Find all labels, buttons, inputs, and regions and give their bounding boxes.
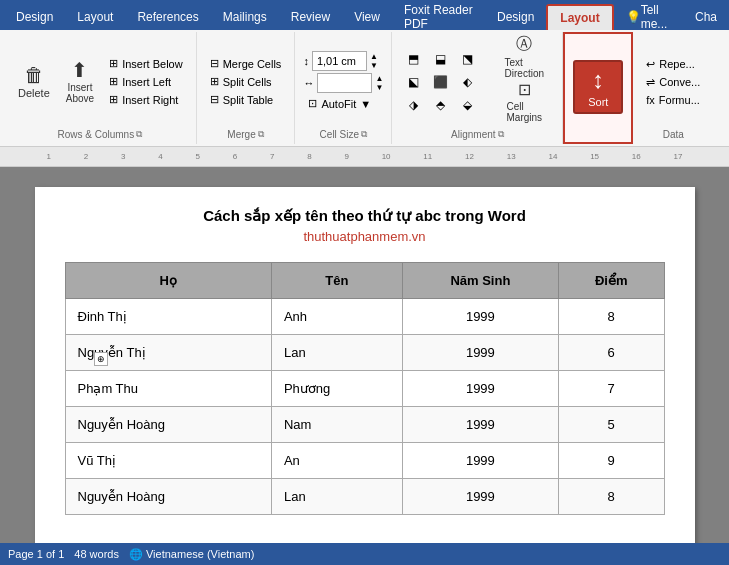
cell-0-2: 1999 — [402, 299, 558, 335]
cell-size-expand-icon[interactable]: ⧉ — [361, 129, 367, 140]
tab-references[interactable]: References — [125, 4, 210, 30]
merge-content: ⊟ Merge Cells ⊞ Split Cells ⊟ Split Tabl… — [205, 36, 287, 127]
table-move-handle[interactable]: ⊕ — [94, 352, 108, 366]
width-spinner[interactable]: ▲▼ — [375, 74, 383, 92]
insert-left-label: Insert Left — [122, 76, 171, 88]
cell-5-0: Nguyễn Hoàng — [65, 479, 271, 515]
tab-cha[interactable]: Cha — [683, 4, 729, 30]
sort-label: Sort — [588, 96, 608, 108]
cell-2-3: 7 — [558, 371, 664, 407]
page-info: Page 1 of 1 — [8, 548, 64, 560]
split-cells-icon: ⊞ — [210, 75, 219, 88]
merge-cells-label: Merge Cells — [223, 58, 282, 70]
align-bottom-right-button[interactable]: ⬙ — [454, 94, 480, 116]
cell-3-3: 5 — [558, 407, 664, 443]
tab-foxit-label: Foxit Reader PDF — [404, 3, 473, 31]
cell-2-2: 1999 — [402, 371, 558, 407]
align-top-center-button[interactable]: ⬓ — [427, 48, 453, 70]
cell-4-2: 1999 — [402, 443, 558, 479]
split-table-button[interactable]: ⊟ Split Table — [205, 91, 287, 108]
alignment-expand-icon[interactable]: ⧉ — [498, 129, 504, 140]
align-middle-right-button[interactable]: ⬖ — [454, 71, 480, 93]
convert-icon: ⇌ — [646, 76, 655, 89]
cell-margins-button[interactable]: ⊡ CellMargins — [494, 76, 554, 127]
tab-layout-left-label: Layout — [77, 10, 113, 24]
autofit-button[interactable]: ⊡ AutoFit ▼ — [303, 95, 383, 112]
rows-columns-expand-icon[interactable]: ⧉ — [136, 129, 142, 140]
document-subtitle: thuthuatphanmem.vn — [65, 229, 665, 244]
merge-expand-icon[interactable]: ⧉ — [258, 129, 264, 140]
align-top-right-button[interactable]: ⬔ — [454, 48, 480, 70]
alignment-buttons: ⬒ ⬓ ⬔ ⬕ ⬛ ⬖ ⬗ ⬘ ⬙ — [400, 48, 490, 116]
tab-layout-active-label: Layout — [560, 11, 599, 25]
convert-label: Conve... — [659, 76, 700, 88]
insert-small-buttons: ⊞ Insert Below ⊞ Insert Left ⊞ Insert Ri… — [104, 55, 188, 108]
cell-2-1: Phương — [271, 371, 402, 407]
table-container: ⊕ Họ Tên Năm Sinh Điểm Đinh ThịAnh19998N… — [65, 262, 665, 515]
cell-size-label: Cell Size ⧉ — [303, 129, 383, 140]
delete-button[interactable]: 🗑 Delete — [12, 61, 56, 103]
tab-layout-left[interactable]: Layout — [65, 4, 125, 30]
table-row: Nguyễn HoàngLan19998 — [65, 479, 664, 515]
cell-4-0: Vũ Thị — [65, 443, 271, 479]
group-alignment: ⬒ ⬓ ⬔ ⬕ ⬛ ⬖ ⬗ ⬘ ⬙ Ⓐ TextDirection ⊡ Cell… — [392, 32, 563, 144]
split-cells-button[interactable]: ⊞ Split Cells — [205, 73, 287, 90]
align-bottom-center-button[interactable]: ⬘ — [427, 94, 453, 116]
cell-5-1: Lan — [271, 479, 402, 515]
table-row: Đinh ThịAnh19998 — [65, 299, 664, 335]
width-input[interactable] — [317, 73, 372, 93]
height-spinner[interactable]: ▲▼ — [370, 52, 378, 70]
cell-5-3: 8 — [558, 479, 664, 515]
tab-foxit[interactable]: Foxit Reader PDF — [392, 4, 485, 30]
col-ho-header: Họ — [65, 263, 271, 299]
merge-small-buttons: ⊟ Merge Cells ⊞ Split Cells ⊟ Split Tabl… — [205, 55, 287, 108]
document-area: Cách sắp xếp tên theo thứ tự abc trong W… — [0, 167, 729, 565]
tab-layout-active[interactable]: Layout — [546, 4, 613, 30]
insert-right-label: Insert Right — [122, 94, 178, 106]
align-bottom-left-button[interactable]: ⬗ — [400, 94, 426, 116]
sort-button[interactable]: ↕ Sort — [573, 60, 623, 114]
cell-1-3: 6 — [558, 335, 664, 371]
insert-above-button[interactable]: ⬆ InsertAbove — [60, 56, 100, 108]
height-input[interactable] — [312, 51, 367, 71]
formula-button[interactable]: fx Formu... — [641, 92, 705, 108]
convert-button[interactable]: ⇌ Conve... — [641, 74, 705, 91]
cell-margins-icon: ⊡ — [518, 80, 531, 99]
tab-tell-me[interactable]: 💡 Tell me... — [614, 4, 683, 30]
cell-3-2: 1999 — [402, 407, 558, 443]
align-top-left-button[interactable]: ⬒ — [400, 48, 426, 70]
delete-label: Delete — [18, 87, 50, 99]
insert-right-button[interactable]: ⊞ Insert Right — [104, 91, 188, 108]
cell-3-1: Nam — [271, 407, 402, 443]
tab-design2[interactable]: Design — [485, 4, 546, 30]
align-middle-left-button[interactable]: ⬕ — [400, 71, 426, 93]
table-row: Phạm ThuPhương19997 — [65, 371, 664, 407]
width-icon: ↔ — [303, 77, 314, 89]
formula-icon: fx — [646, 94, 655, 106]
data-content: ↩ Repe... ⇌ Conve... fx Formu... — [641, 36, 705, 127]
cell-3-0: Nguyễn Hoàng — [65, 407, 271, 443]
alignment-content: ⬒ ⬓ ⬔ ⬕ ⬛ ⬖ ⬗ ⬘ ⬙ Ⓐ TextDirection ⊡ Cell… — [400, 36, 554, 127]
autofit-icon: ⊡ — [308, 97, 317, 110]
insert-left-button[interactable]: ⊞ Insert Left — [104, 73, 188, 90]
tell-me-icon: 💡 — [626, 10, 641, 24]
tab-design[interactable]: Design — [4, 4, 65, 30]
cell-1-1: Lan — [271, 335, 402, 371]
tab-mailings[interactable]: Mailings — [211, 4, 279, 30]
cell-size-label-text: Cell Size — [320, 129, 359, 140]
group-merge: ⊟ Merge Cells ⊞ Split Cells ⊟ Split Tabl… — [197, 32, 296, 144]
repeat-button[interactable]: ↩ Repe... — [641, 56, 705, 73]
merge-cells-button[interactable]: ⊟ Merge Cells — [205, 55, 287, 72]
tab-tell-me-label: Tell me... — [641, 3, 671, 31]
table-row: Nguyễn ThịLan19996 — [65, 335, 664, 371]
insert-below-button[interactable]: ⊞ Insert Below — [104, 55, 188, 72]
height-input-row: ↕ ▲▼ — [303, 51, 383, 71]
width-input-row: ↔ ▲▼ — [303, 73, 383, 93]
tab-view[interactable]: View — [342, 4, 392, 30]
align-middle-center-button[interactable]: ⬛ — [427, 71, 453, 93]
tab-cha-label: Cha — [695, 10, 717, 24]
tab-review[interactable]: Review — [279, 4, 342, 30]
tab-references-label: References — [137, 10, 198, 24]
merge-label: Merge ⧉ — [205, 129, 287, 140]
ruler: 123 456 789 101112 131415 1617 — [0, 147, 729, 167]
